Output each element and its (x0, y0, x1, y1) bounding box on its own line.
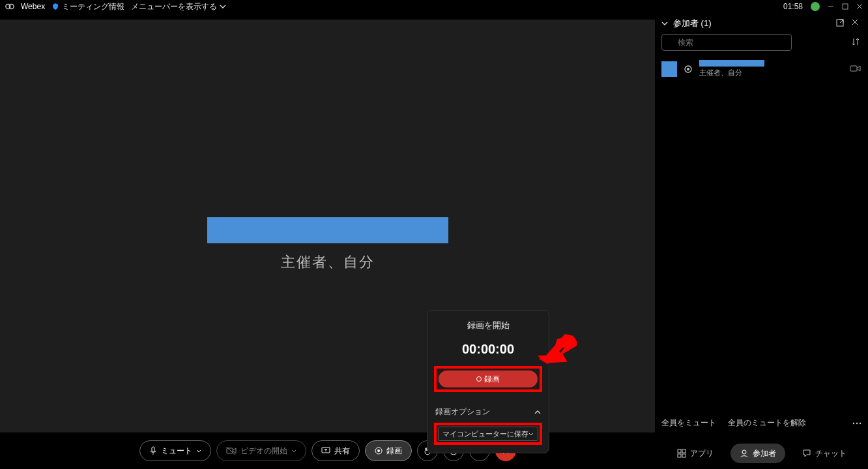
video-label: ビデオの開始 (240, 446, 287, 457)
tab-participants[interactable]: 参加者 (731, 444, 785, 463)
meeting-info-label: ミーティング情報 (62, 1, 124, 12)
chat-icon (802, 449, 811, 458)
tab-participants-label: 参加者 (753, 448, 776, 459)
meeting-toolbar: ミュート ビデオの開始 共有 録画 (0, 432, 655, 469)
record-popup-title: 録画を開始 (434, 320, 542, 331)
record-icon (375, 447, 383, 455)
status-indicator-icon (811, 2, 820, 11)
svg-rect-6 (152, 447, 154, 452)
chevron-down-icon (291, 449, 297, 453)
sort-icon[interactable] (851, 37, 861, 48)
share-button[interactable]: 共有 (311, 440, 360, 461)
minimize-button[interactable] (828, 3, 834, 10)
close-button[interactable] (856, 3, 863, 10)
menubar-toggle[interactable]: メニューバーを表示する (131, 1, 226, 12)
record-timer: 00:00:00 (434, 342, 542, 357)
avatar (661, 61, 677, 77)
svg-point-33 (860, 422, 861, 423)
unmute-all-button[interactable]: 全員のミュートを解除 (728, 417, 806, 429)
svg-rect-7 (227, 448, 233, 453)
participants-search-row (655, 34, 868, 56)
tab-apps-label: アプリ (690, 448, 714, 459)
start-record-label: 録画 (484, 374, 500, 385)
video-stage-container: 主催者、自分 ミュート ビデオの開始 共有 録画 (0, 13, 655, 469)
svg-rect-30 (850, 66, 857, 71)
tab-chat[interactable]: チャット (793, 444, 856, 463)
app-name: Webex (21, 2, 45, 11)
host-icon (684, 65, 693, 74)
start-record-button[interactable]: 録画 (439, 371, 538, 387)
record-save-location-value: マイコンピューターに保存 (442, 429, 528, 439)
chevron-down-icon (220, 5, 226, 8)
mute-controls: 全員をミュート 全員のミュートを解除 (655, 417, 868, 438)
clock: 01:58 (783, 2, 803, 11)
participants-panel-header: 参加者 (1) (655, 13, 868, 34)
svg-rect-3 (843, 4, 848, 9)
participant-role: 主催者、自分 (699, 68, 843, 78)
svg-rect-36 (678, 454, 681, 457)
record-label: 録画 (386, 446, 402, 457)
mic-icon (149, 446, 157, 455)
svg-rect-37 (682, 454, 686, 457)
participant-name-redacted (207, 217, 448, 243)
mute-all-button[interactable]: 全員をミュート (661, 417, 716, 429)
record-options-label: 録画オプション (435, 406, 490, 417)
participants-panel: 参加者 (1) 主催者、自分 全員をミュート 全員のミュートを解除 アプリ (655, 13, 868, 469)
chevron-down-icon (196, 449, 201, 453)
chevron-down-icon[interactable] (661, 22, 668, 25)
chevron-up-icon (534, 410, 541, 414)
video-stage: 主催者、自分 (0, 20, 655, 469)
participant-row[interactable]: 主催者、自分 (655, 56, 868, 82)
video-off-icon (226, 447, 237, 455)
svg-point-29 (687, 68, 689, 70)
side-tabs: アプリ 参加者 チャット (655, 438, 868, 469)
maximize-button[interactable] (842, 3, 848, 10)
participant-name-redacted (699, 60, 764, 67)
participants-title: 参加者 (1) (673, 18, 712, 29)
participants-search-input[interactable] (661, 34, 792, 51)
popout-icon[interactable] (835, 18, 846, 29)
svg-point-1 (9, 5, 14, 9)
annotation-highlight-record: 録画 (434, 366, 542, 392)
record-button[interactable]: 録画 (365, 440, 412, 461)
tab-chat-label: チャット (815, 448, 846, 459)
participants-icon (740, 449, 749, 458)
meeting-info-button[interactable]: ミーティング情報 (51, 1, 124, 12)
self-label: 主催者、自分 (281, 252, 375, 272)
apps-icon (677, 449, 686, 458)
more-icon[interactable] (852, 422, 861, 425)
menubar-toggle-label: メニューバーを表示する (131, 1, 217, 12)
camera-off-icon (850, 65, 861, 74)
annotation-highlight-select: マイコンピューターに保存 (434, 423, 542, 445)
titlebar: Webex ミーティング情報 メニューバーを表示する 01:58 (0, 0, 868, 13)
record-popup: 録画を開始 00:00:00 録画 録画オプション マイコンピューターに保存 (427, 310, 549, 453)
svg-point-11 (377, 449, 380, 452)
svg-rect-34 (678, 449, 681, 453)
annotation-arrow-icon (538, 333, 577, 365)
svg-point-38 (742, 450, 746, 454)
share-label: 共有 (334, 446, 350, 457)
mute-button[interactable]: ミュート (139, 440, 211, 461)
shield-icon (51, 3, 59, 10)
mute-label: ミュート (161, 446, 192, 457)
record-dot-icon (476, 376, 482, 382)
svg-point-32 (856, 422, 858, 423)
webex-logo-icon (5, 2, 14, 11)
record-options-header[interactable]: 録画オプション (434, 404, 542, 423)
svg-point-31 (853, 422, 854, 423)
video-button[interactable]: ビデオの開始 (216, 440, 306, 461)
close-panel-icon[interactable] (851, 18, 861, 29)
chevron-down-icon (528, 432, 534, 436)
svg-rect-35 (682, 449, 686, 453)
tab-apps[interactable]: アプリ (668, 444, 723, 463)
record-save-location-select[interactable]: マイコンピューターに保存 (438, 427, 538, 441)
share-icon (321, 447, 330, 455)
